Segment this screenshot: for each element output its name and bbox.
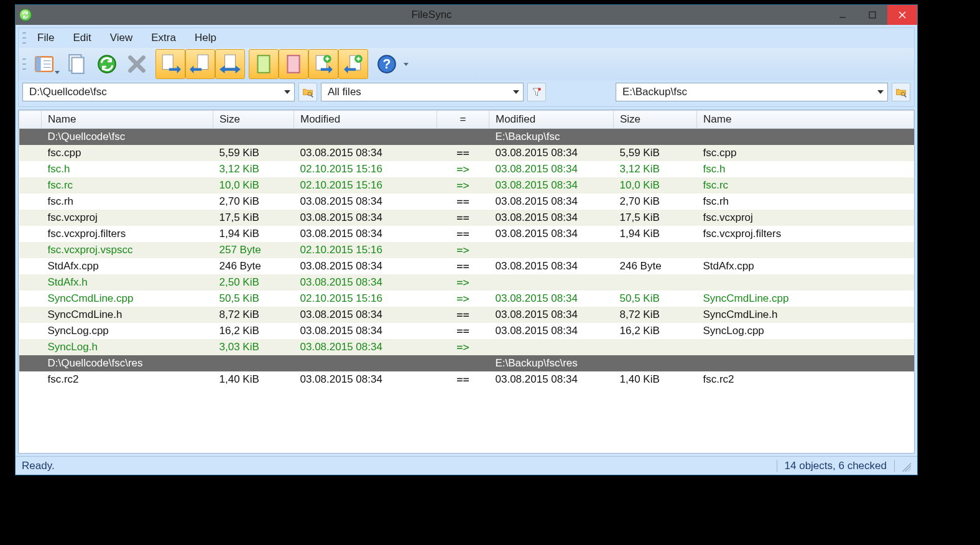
- file-row[interactable]: SyncCmdLine.cpp50,5 KiB02.10.2015 15:16=…: [19, 291, 914, 307]
- cell-modified-right: [489, 274, 614, 291]
- new-left-file-button[interactable]: [249, 49, 279, 79]
- folder-row[interactable]: D:\Quellcode\fsc\resE:\Backup\fsc\res: [19, 355, 914, 371]
- add-right-button[interactable]: [338, 49, 368, 79]
- file-row[interactable]: fsc.vcxproj17,5 KiB03.08.2015 08:34==03.…: [19, 210, 914, 226]
- status-left: Ready.: [22, 460, 55, 472]
- cell-name-left: fsc.rc2: [42, 371, 213, 388]
- menu-grip-icon[interactable]: [22, 32, 26, 44]
- cell-size-right: [614, 339, 697, 355]
- cell-size-left: 50,5 KiB: [213, 291, 294, 307]
- compare-grid-wrap: Name Size Modified = Modified Size Name …: [18, 109, 915, 454]
- cell-modified-right: 03.08.2015 08:34: [489, 161, 614, 177]
- close-button[interactable]: [887, 5, 917, 25]
- svg-rect-14: [162, 55, 173, 69]
- file-row[interactable]: fsc.vcxproj.vspscc257 Byte02.10.2015 15:…: [19, 242, 914, 258]
- header-modified-left[interactable]: Modified: [294, 111, 437, 129]
- window-title: FileSync: [35, 9, 828, 21]
- file-row[interactable]: StdAfx.cpp246 Byte03.08.2015 08:34==03.0…: [19, 258, 914, 274]
- cell-name-right: [697, 242, 914, 258]
- cell-modified-left: 03.08.2015 08:34: [294, 274, 437, 291]
- header-name-right[interactable]: Name: [697, 111, 914, 129]
- cell-equals: =>: [437, 242, 489, 258]
- copy-left-to-right-button[interactable]: [155, 49, 185, 79]
- browse-left-button[interactable]: [298, 83, 317, 101]
- svg-rect-20: [257, 55, 269, 73]
- file-row[interactable]: fsc.rc10,0 KiB02.10.2015 15:16=>03.08.20…: [19, 177, 914, 193]
- cell-equals: =>: [437, 339, 489, 355]
- cell-equals: ==: [437, 307, 489, 323]
- svg-rect-16: [198, 55, 208, 69]
- header-size-left[interactable]: Size: [213, 111, 294, 129]
- cell-name-right: fsc.rc2: [697, 371, 914, 388]
- left-path-combo[interactable]: D:\Quellcode\fsc: [22, 83, 295, 101]
- filter-combo[interactable]: All files: [321, 83, 524, 101]
- copy-both-button[interactable]: [215, 49, 245, 79]
- file-row[interactable]: StdAfx.h2,50 KiB03.08.2015 08:34=>: [19, 274, 914, 291]
- svg-rect-21: [287, 55, 299, 73]
- header-row[interactable]: Name Size Modified = Modified Size Name: [19, 111, 914, 129]
- header-size-right[interactable]: Size: [614, 111, 697, 129]
- file-row[interactable]: SyncCmdLine.h8,72 KiB03.08.2015 08:34==0…: [19, 307, 914, 323]
- cell-name-right: SyncCmdLine.cpp: [697, 291, 914, 307]
- help-button[interactable]: ?: [372, 49, 402, 79]
- cell-modified-left: 02.10.2015 15:16: [294, 242, 437, 258]
- cell-size-left: 5,59 KiB: [213, 145, 294, 161]
- maximize-button[interactable]: [858, 5, 887, 25]
- cell-modified-right: 03.08.2015 08:34: [489, 177, 614, 193]
- file-row[interactable]: SyncLog.cpp16,2 KiB03.08.2015 08:34==03.…: [19, 323, 914, 339]
- cell-name-right: fsc.rh: [697, 193, 914, 210]
- menu-extra[interactable]: Extra: [144, 29, 183, 47]
- header-blank[interactable]: [19, 111, 42, 129]
- add-left-button[interactable]: [308, 49, 338, 79]
- cell-modified-left: 03.08.2015 08:34: [294, 258, 437, 274]
- header-equals[interactable]: =: [437, 111, 489, 129]
- browse-right-button[interactable]: [892, 83, 910, 101]
- header-name-left[interactable]: Name: [42, 111, 213, 129]
- file-row[interactable]: fsc.rh2,70 KiB03.08.2015 08:34==03.08.20…: [19, 193, 914, 210]
- file-row[interactable]: fsc.h3,12 KiB02.10.2015 15:16=>03.08.201…: [19, 161, 914, 177]
- cell-size-right: 246 Byte: [614, 258, 697, 274]
- cell-size-right: [614, 242, 697, 258]
- resize-grip-icon[interactable]: [900, 460, 911, 472]
- toolbar: ?: [19, 48, 914, 80]
- folder-left: D:\Quellcode\fsc\res: [42, 355, 437, 371]
- cell-modified-left: 03.08.2015 08:34: [294, 339, 437, 355]
- cell-size-left: 1,94 KiB: [213, 226, 294, 242]
- file-row[interactable]: fsc.cpp5,59 KiB03.08.2015 08:34==03.08.2…: [19, 145, 914, 161]
- file-row[interactable]: fsc.vcxproj.filters1,94 KiB03.08.2015 08…: [19, 226, 914, 242]
- cell-modified-left: 03.08.2015 08:34: [294, 226, 437, 242]
- right-path-combo[interactable]: E:\Backup\fsc: [616, 83, 888, 101]
- cell-modified-left: 03.08.2015 08:34: [294, 145, 437, 161]
- folder-row[interactable]: D:\Quellcode\fscE:\Backup\fsc: [19, 129, 914, 146]
- file-row[interactable]: fsc.rc21,40 KiB03.08.2015 08:34==03.08.2…: [19, 371, 914, 388]
- menu-help[interactable]: Help: [187, 29, 224, 47]
- cell-size-left: 3,03 KiB: [213, 339, 294, 355]
- cell-modified-left: 03.08.2015 08:34: [294, 210, 437, 226]
- new-profile-button[interactable]: [62, 49, 92, 79]
- menu-edit[interactable]: Edit: [65, 29, 98, 47]
- copy-right-to-left-button[interactable]: [185, 49, 215, 79]
- minimize-button[interactable]: [828, 5, 858, 25]
- cell-size-right: [614, 274, 697, 291]
- app-icon: [19, 9, 32, 21]
- cell-size-right: 16,2 KiB: [614, 323, 697, 339]
- view-mode-button[interactable]: [26, 49, 62, 79]
- cell-equals: ==: [437, 371, 489, 388]
- menu-view[interactable]: View: [103, 29, 141, 47]
- menu-file[interactable]: File: [30, 29, 62, 47]
- header-modified-right[interactable]: Modified: [489, 111, 614, 129]
- chevron-down-icon: [513, 90, 519, 94]
- cell-equals: ==: [437, 323, 489, 339]
- cell-modified-right: 03.08.2015 08:34: [489, 210, 614, 226]
- compare-grid[interactable]: Name Size Modified = Modified Size Name …: [19, 110, 914, 388]
- filter-options-button[interactable]: [527, 83, 546, 101]
- toolbar-overflow-icon[interactable]: [402, 63, 410, 66]
- cell-size-left: 1,40 KiB: [213, 371, 294, 388]
- titlebar[interactable]: FileSync: [16, 5, 917, 25]
- delete-button[interactable]: [122, 49, 152, 79]
- path-row: D:\Quellcode\fsc All files E:\Backup\fsc: [19, 80, 914, 104]
- new-right-file-button[interactable]: [279, 49, 308, 79]
- cell-modified-right: 03.08.2015 08:34: [489, 371, 614, 388]
- sync-button[interactable]: [92, 49, 122, 79]
- file-row[interactable]: SyncLog.h3,03 KiB03.08.2015 08:34=>: [19, 339, 914, 355]
